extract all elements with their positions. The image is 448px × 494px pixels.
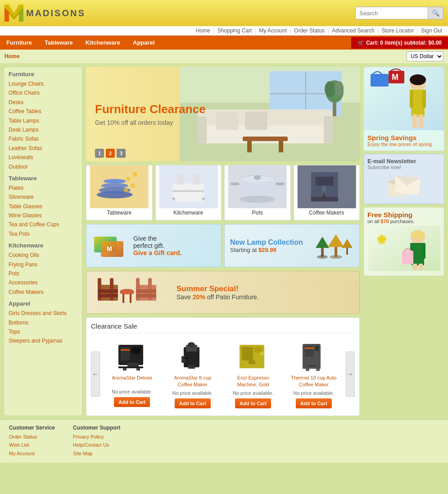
svg-point-105 <box>260 352 264 356</box>
sidebar-item-cooking-oils[interactable]: Cooking Oils <box>9 251 77 260</box>
free-shipping-img <box>367 226 440 272</box>
svg-rect-19 <box>247 141 252 152</box>
summer-text: Summer Special! Save 20% off Patio Furni… <box>176 284 259 301</box>
logo[interactable]: MADISONS <box>5 4 86 23</box>
sidebar-item-coffee-tables[interactable]: Coffee Tables <box>9 107 77 116</box>
carousel-next-btn[interactable]: → <box>346 352 355 397</box>
top-nav-order-status[interactable]: Order Status <box>294 27 325 34</box>
free-shipping-title: Free Shipping <box>367 211 415 219</box>
top-nav-cart[interactable]: Shopping Cart <box>217 27 252 34</box>
sidebar-item-coffee-makers[interactable]: Coffee Makers <box>9 288 77 297</box>
sidebar-section-furniture: Furniture <box>9 71 77 78</box>
category-grid: Tableware Kitchenware <box>86 165 360 220</box>
sidebar-item-bottoms[interactable]: Bottoms <box>9 318 77 327</box>
footer-support-sitemap[interactable]: Site Map <box>73 449 120 458</box>
top-nav-store-locator[interactable]: Store Locator <box>381 27 414 34</box>
footer-support-privacy[interactable]: Privacy Policy <box>73 433 120 441</box>
sidebar-item-loveseats[interactable]: Loveseats <box>9 153 77 162</box>
banner-dots: 1 2 3 <box>95 149 126 158</box>
sidebar-item-fabric-sofas[interactable]: Fabric Sofas <box>9 134 77 143</box>
sidebar-item-outdoor[interactable]: Outdoor <box>9 162 77 171</box>
clearance-item-2-add-btn[interactable]: Add to Cart <box>175 398 211 408</box>
sidebar-item-silverware[interactable]: Silverware <box>9 192 77 201</box>
sidebar-item-frying-pans[interactable]: Frying Pans <box>9 260 77 269</box>
svg-rect-56 <box>323 192 325 198</box>
search-input[interactable] <box>356 8 428 19</box>
lamp-text: New Lamp Collection Starting at $29.99 <box>230 238 308 253</box>
free-shipping-amount: $70 <box>380 219 389 224</box>
category-tableware[interactable]: Tableware <box>86 165 153 220</box>
cart-info[interactable]: 🛒 Cart: 0 item(s) subtotal: $0.00 <box>351 37 448 49</box>
sidebar: Furniture Lounge Chairs Office Chairs De… <box>4 67 82 416</box>
sidebar-item-office-chairs[interactable]: Office Chairs <box>9 88 77 97</box>
sidebar-item-accessories[interactable]: Accessories <box>9 278 77 287</box>
category-coffee-makers[interactable]: Coffee Makers <box>294 165 360 220</box>
sidebar-item-pots[interactable]: Pots <box>9 269 77 278</box>
clearance-item-4: Thermal 10 cup Auto Coffee Maker No pric… <box>285 338 343 411</box>
gift-card-icon: M <box>92 230 128 261</box>
summer-percent: 20% <box>193 293 205 301</box>
svg-rect-139 <box>402 251 413 264</box>
carousel-prev-btn[interactable]: ← <box>91 352 100 397</box>
newsletter-subtitle: Subscribe now! <box>367 165 440 170</box>
category-tableware-label: Tableware <box>86 208 152 217</box>
sidebar-item-desks[interactable]: Desks <box>9 98 77 107</box>
clearance-item-1-add-btn[interactable]: Add to Cart <box>114 397 150 407</box>
sidebar-item-sleepers[interactable]: Sleepers and Pyjamas <box>9 336 77 345</box>
banner-text: Furniture Clearance Get 10% off all orde… <box>86 93 215 135</box>
footer-cs-wish-list[interactable]: Wish List <box>9 441 55 449</box>
sidebar-item-tea-pots[interactable]: Tea Pots <box>9 229 77 238</box>
svg-rect-22 <box>245 112 267 130</box>
gift-card-text: Give the perfect gift. Give a Gift card. <box>133 235 181 256</box>
nav-apparel[interactable]: Apparel <box>127 36 161 50</box>
category-kitchenware[interactable]: Kitchenware <box>155 165 222 220</box>
clearance-item-4-add-btn[interactable]: Add to Cart <box>296 398 332 408</box>
banner: Furniture Clearance Get 10% off all orde… <box>86 67 360 161</box>
search-button[interactable]: 🔍 <box>428 7 443 19</box>
footer-cs-order-status[interactable]: Order Status <box>9 433 55 441</box>
currency-select[interactable]: US Dollar Euro GBP <box>407 51 443 61</box>
nav-tableware[interactable]: Tableware <box>38 36 79 50</box>
svg-point-63 <box>317 255 328 259</box>
sidebar-item-plates[interactable]: Plates <box>9 183 77 192</box>
sidebar-item-lounge-chairs[interactable]: Lounge Chairs <box>9 79 77 88</box>
breadcrumb[interactable]: Home <box>5 53 19 59</box>
category-pots-img <box>225 165 290 208</box>
cart-icon: 🛒 <box>357 40 364 46</box>
top-nav-advanced-search[interactable]: Advanced Search <box>332 27 375 34</box>
nav-furniture[interactable]: Furniture <box>0 36 38 50</box>
sidebar-item-wine-glasses[interactable]: Wine Glasses <box>9 211 77 220</box>
category-coffee-makers-label: Coffee Makers <box>294 208 360 217</box>
top-nav-account[interactable]: My Account <box>259 27 287 34</box>
sidebar-item-leather-sofas[interactable]: Leather Sofas <box>9 144 77 153</box>
clearance: Clearance Sale ← <box>86 317 360 416</box>
free-shipping-content: Free Shipping on all $70 purchases. <box>367 211 440 224</box>
top-nav-home[interactable]: Home <box>196 27 210 34</box>
category-tableware-img <box>86 165 152 208</box>
category-pots[interactable]: Pots <box>224 165 291 220</box>
sidebar-item-table-glasses[interactable]: Table Glasses <box>9 202 77 211</box>
svg-point-32 <box>126 177 131 181</box>
sidebar-item-table-lamps[interactable]: Table Lamps <box>9 116 77 125</box>
clearance-item-3-add-btn[interactable]: Add to Cart <box>235 398 271 408</box>
dot-1[interactable]: 1 <box>95 149 104 158</box>
sidebar-item-girls-dresses[interactable]: Girls Dresses and Skirts <box>9 309 77 318</box>
clearance-item-3-price: No price available. <box>227 390 279 396</box>
footer-cs-my-account[interactable]: My Account <box>9 449 55 458</box>
category-kitchenware-img <box>156 165 222 208</box>
sidebar-item-tops[interactable]: Tops <box>9 327 77 336</box>
sidebar-item-tea-coffee-cups[interactable]: Tea and Coffee Cups <box>9 220 77 229</box>
svg-rect-17 <box>324 116 333 143</box>
svg-rect-89 <box>118 366 143 368</box>
dot-2[interactable]: 2 <box>106 149 115 158</box>
svg-rect-21 <box>216 112 238 130</box>
dot-3[interactable]: 3 <box>117 149 126 158</box>
top-nav-sign-out[interactable]: Sign Out <box>421 27 442 34</box>
svg-marker-67 <box>342 239 353 248</box>
nav-kitchenware[interactable]: Kitchenware <box>79 36 127 50</box>
sidebar-item-desk-lamps[interactable]: Desk Lamps <box>9 125 77 134</box>
gift-card-link[interactable]: Give a Gift card. <box>133 249 181 256</box>
footer-support-help[interactable]: Help/Contact Us <box>73 441 120 449</box>
svg-point-33 <box>131 183 135 188</box>
banner-subtitle: Get 10% off all orders today <box>95 119 206 126</box>
